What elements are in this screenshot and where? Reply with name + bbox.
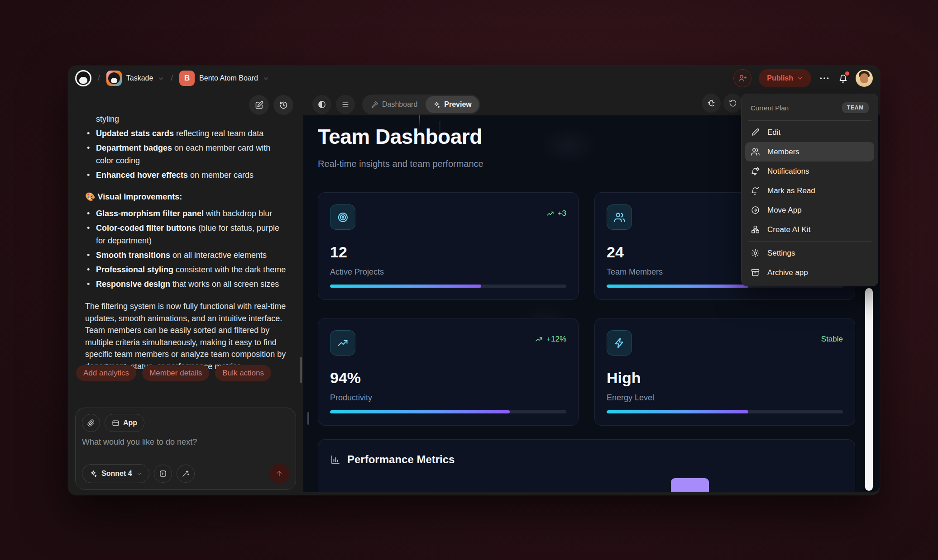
invite-member-button[interactable] xyxy=(733,69,751,87)
rotate-ccw-icon xyxy=(728,99,737,108)
debug-button[interactable] xyxy=(702,94,721,113)
stat-icon-tile xyxy=(607,204,632,230)
preview-scrollbar[interactable] xyxy=(865,288,873,491)
chat-text-line: styling xyxy=(85,113,290,125)
chat-bullet: Professional styling consistent with the… xyxy=(85,263,290,276)
suggestion-chip[interactable]: Bulk actions xyxy=(215,365,271,381)
publish-label: Publish xyxy=(767,74,793,82)
suggestion-chip[interactable]: Member details xyxy=(142,365,209,381)
menu-divider xyxy=(748,241,871,242)
stat-card: +312Active Projects xyxy=(318,192,579,300)
menu-item-label: Move App xyxy=(767,206,802,215)
arrow-up-icon xyxy=(275,469,284,478)
current-plan-label: Current Plan xyxy=(751,104,789,112)
menu-button[interactable] xyxy=(336,95,355,114)
board-name[interactable]: Bento Atom Board xyxy=(199,74,258,82)
stat-card: +12%94%Productivity xyxy=(318,318,579,426)
chat-bullet: Department badges on each member card wi… xyxy=(85,142,290,167)
notifications-button[interactable] xyxy=(838,73,848,84)
model-selector[interactable]: Sonnet 4 xyxy=(82,464,149,483)
panel-resize-handle[interactable] xyxy=(307,412,309,425)
tab-preview[interactable]: Preview xyxy=(426,96,479,113)
stat-value: High xyxy=(607,369,641,387)
app-chip-label: App xyxy=(123,419,137,427)
toggle-sidebar-button[interactable] xyxy=(312,95,331,114)
chat-bullet: Glass-morphism filter panel with backdro… xyxy=(85,207,290,220)
progress-track xyxy=(330,410,566,413)
menu-item-mark-as-read[interactable]: Mark as Read xyxy=(745,181,874,200)
menu-item-members[interactable]: Members xyxy=(745,142,874,161)
progress-fill xyxy=(330,410,510,413)
chat-bullet: Smooth transitions on all interactive el… xyxy=(85,249,290,261)
progress-fill xyxy=(607,410,748,413)
workspace-icon[interactable] xyxy=(106,71,122,86)
users-icon xyxy=(613,211,626,223)
stat-label: Energy Level xyxy=(607,393,654,403)
target-icon xyxy=(337,211,349,223)
bug-play-icon xyxy=(707,99,716,108)
stat-label: Productivity xyxy=(330,393,372,403)
performance-metrics-panel: Performance Metrics xyxy=(318,439,855,492)
attach-button[interactable] xyxy=(82,414,100,432)
desktop-background: { "topbar": { "workspace": "Taskade", "b… xyxy=(0,0,938,560)
chat-panel: styling Updated stats cards reflecting r… xyxy=(68,91,303,495)
person-plus-icon xyxy=(738,74,747,83)
app-logo-icon[interactable] xyxy=(75,70,91,86)
menu-item-edit[interactable]: Edit xyxy=(745,123,874,142)
magic-wand-icon xyxy=(182,470,190,478)
more-options-button[interactable] xyxy=(818,72,830,84)
chat-bullet: Color-coded filter buttons (blue for sta… xyxy=(85,222,290,247)
chat-history-button[interactable] xyxy=(273,95,293,115)
tab-dashboard[interactable]: Dashboard xyxy=(364,96,425,113)
enhance-prompt-button[interactable] xyxy=(177,465,195,483)
panel-toggle-icon xyxy=(317,100,326,109)
trend-badge: +12% xyxy=(535,335,566,344)
app-context-chip[interactable]: App xyxy=(105,414,144,432)
stat-card: StableHighEnergy Level xyxy=(594,318,855,426)
progress-track xyxy=(607,410,843,413)
chevron-down-icon xyxy=(797,75,803,81)
workspace-name[interactable]: Taskade xyxy=(126,74,153,82)
menu-item-notifications[interactable]: Notifications xyxy=(745,161,874,181)
plan-badge: TEAM xyxy=(842,102,869,113)
hammer-icon xyxy=(371,101,378,109)
chevron-down-icon[interactable] xyxy=(263,75,269,82)
code-mode-button[interactable] xyxy=(154,465,172,483)
menu-item-label: Archive app xyxy=(767,268,808,277)
chat-bullet-list: Glass-morphism filter panel with backdro… xyxy=(85,207,290,290)
menu-item-move-app[interactable]: Move App xyxy=(745,200,874,220)
notification-dot xyxy=(845,71,849,76)
menu-item-label: Mark as Read xyxy=(767,186,815,195)
menu-item-settings[interactable]: Settings xyxy=(745,243,874,263)
dashboard-subtitle: Real-time insights and team performance xyxy=(318,159,483,169)
trending-up-icon xyxy=(546,209,555,218)
menu-item-archive-app[interactable]: Archive app xyxy=(745,263,874,282)
trend-badge: Stable xyxy=(821,335,843,344)
metrics-title: Performance Metrics xyxy=(347,453,455,466)
model-name: Sonnet 4 xyxy=(101,470,132,478)
paperclip-icon xyxy=(87,419,95,427)
chat-bullet-list: Updated stats cards reflecting real team… xyxy=(85,127,290,181)
chat-composer: App Sonnet 4 xyxy=(75,408,296,490)
stat-icon-tile xyxy=(607,330,632,356)
view-tabs: DashboardPreview xyxy=(362,95,480,114)
chat-input[interactable] xyxy=(82,437,289,461)
progress-track xyxy=(330,285,566,288)
chevron-down-icon xyxy=(136,471,142,477)
user-avatar[interactable] xyxy=(856,70,873,87)
board-icon[interactable]: B xyxy=(179,71,195,86)
sparkles-icon xyxy=(89,470,97,478)
hamburger-icon xyxy=(341,100,350,109)
menu-item-create-ai-kit[interactable]: Create AI Kit xyxy=(745,220,874,239)
send-button[interactable] xyxy=(269,464,289,484)
chevron-down-icon[interactable] xyxy=(158,75,164,82)
refresh-button[interactable] xyxy=(723,94,742,113)
dashboard-title: Team Dashboard xyxy=(318,124,482,149)
stat-icon-tile xyxy=(330,204,355,230)
sparkles-icon xyxy=(433,101,440,109)
new-chat-button[interactable] xyxy=(249,95,269,115)
suggestion-chip[interactable]: Add analytics xyxy=(76,365,136,381)
publish-button[interactable]: Publish xyxy=(759,69,811,87)
pencil-icon xyxy=(751,128,760,137)
chat-scrollbar[interactable] xyxy=(300,357,302,383)
